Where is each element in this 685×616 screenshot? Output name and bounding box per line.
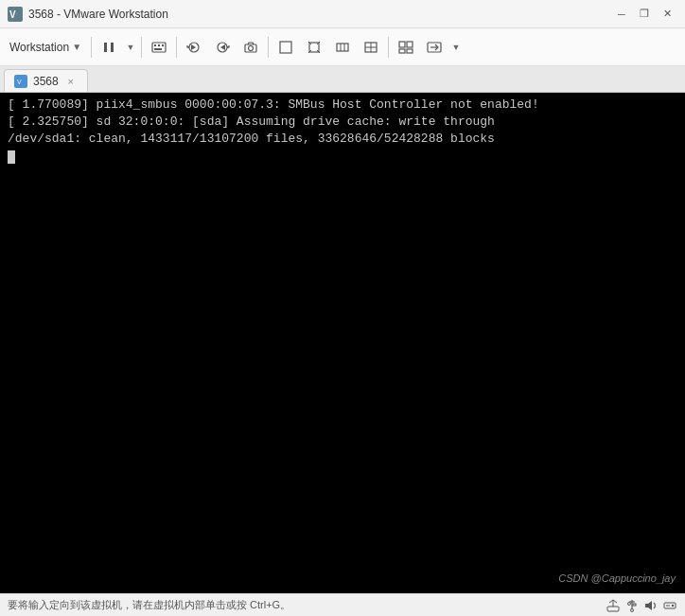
svg-rect-2 (104, 43, 107, 52)
pause-dropdown-arrow: ▼ (127, 43, 135, 52)
view-stretch-icon (364, 41, 378, 54)
vm-cursor (8, 150, 15, 164)
svg-rect-42 (633, 604, 636, 606)
tab-label: 3568 (33, 75, 59, 88)
vm-output-line-3: /dev/sda1: clean, 1433117/13107200 files… (8, 131, 677, 148)
usb-status-icon (624, 598, 640, 613)
view-settings-icon (427, 41, 442, 54)
separator-3 (176, 37, 177, 58)
svg-point-46 (672, 604, 674, 606)
tab-bar: V 3568 × (0, 66, 685, 93)
view-fit-button[interactable] (329, 34, 356, 61)
vm-cursor-line (8, 149, 677, 166)
svg-point-43 (631, 608, 634, 611)
svg-rect-15 (280, 42, 291, 53)
vm-tab[interactable]: V 3568 × (4, 69, 88, 92)
audio-status-icon (643, 598, 659, 613)
status-bar: 要将输入定向到该虚拟机，请在虚拟机内部单击或按 Ctrl+G。 (0, 593, 685, 616)
svg-rect-21 (337, 44, 348, 51)
svg-rect-8 (154, 48, 162, 50)
title-bar-left: V 3568 - VMware Workstation (8, 7, 168, 22)
snapshot-revert-icon (186, 41, 202, 54)
snapshot-take-button[interactable] (237, 34, 264, 61)
svg-point-41 (628, 602, 631, 605)
workstation-menu[interactable]: Workstation ▼ (4, 33, 87, 62)
separator-4 (268, 37, 269, 58)
view-fit-icon (336, 41, 349, 54)
svg-rect-28 (407, 42, 413, 47)
svg-rect-30 (407, 49, 413, 53)
view-normal-button[interactable] (272, 34, 299, 61)
view-dropdown-arrow: ▼ (452, 43, 461, 52)
minimize-button[interactable]: ─ (611, 4, 632, 25)
svg-rect-35 (607, 607, 619, 611)
svg-line-38 (613, 600, 617, 603)
svg-rect-3 (111, 43, 114, 52)
unity-button[interactable] (393, 34, 419, 61)
separator-2 (141, 37, 142, 58)
view-full-button[interactable] (301, 34, 327, 61)
snapshot-forward-icon (215, 41, 230, 54)
workstation-dropdown-arrow: ▼ (72, 42, 81, 52)
view-stretch-button[interactable] (358, 34, 384, 61)
pause-icon (102, 41, 115, 54)
vmware-app-icon: V (8, 7, 23, 22)
pause-button[interactable] (96, 34, 122, 61)
watermark: CSDN @Cappuccino_jay (558, 572, 676, 586)
svg-rect-5 (154, 44, 156, 46)
view-settings-dropdown[interactable]: ▼ (449, 34, 463, 61)
vm-screen[interactable]: [ 1.770089] piix4_smbus 0000:00:07.3: SM… (0, 93, 685, 593)
snapshot-revert-button[interactable] (181, 34, 207, 61)
pause-dropdown[interactable]: ▼ (124, 34, 137, 61)
separator-1 (91, 37, 92, 58)
tab-vm-icon: V (14, 75, 27, 88)
svg-rect-44 (645, 604, 648, 607)
network-status-icon (606, 598, 621, 613)
status-hint: 要将输入定向到该虚拟机，请在虚拟机内部单击或按 Ctrl+G。 (8, 598, 290, 612)
title-bar: V 3568 - VMware Workstation ─ ❐ ✕ (0, 0, 685, 28)
svg-point-14 (249, 45, 254, 50)
svg-rect-4 (152, 43, 166, 52)
unity-icon (398, 41, 413, 54)
snapshot-forward-button[interactable] (209, 34, 236, 61)
svg-rect-27 (399, 42, 405, 47)
ctrl-alt-del-button[interactable] (146, 34, 172, 61)
view-settings-button[interactable] (421, 34, 448, 61)
tab-close-button[interactable]: × (64, 75, 78, 88)
svg-line-37 (609, 600, 613, 603)
view-full-icon (307, 41, 321, 54)
view-normal-icon (279, 41, 292, 54)
toolbar: Workstation ▼ ▼ (0, 28, 685, 66)
svg-rect-29 (399, 49, 405, 53)
camera-icon (243, 41, 258, 54)
restore-button[interactable]: ❐ (634, 4, 655, 25)
window-title: 3568 - VMware Workstation (28, 8, 168, 21)
svg-text:V: V (9, 9, 16, 20)
svg-rect-6 (158, 44, 160, 46)
close-button[interactable]: ✕ (657, 4, 677, 25)
separator-5 (388, 37, 389, 58)
keyboard-icon (151, 41, 167, 54)
status-icons (606, 598, 677, 613)
hdd-status-icon (662, 598, 677, 613)
vm-output-line-1: [ 1.770089] piix4_smbus 0000:00:07.3: SM… (8, 97, 677, 114)
vm-output-line-2: [ 2.325750] sd 32:0:0:0: [sda] Assuming … (8, 114, 677, 131)
window-controls[interactable]: ─ ❐ ✕ (611, 4, 677, 25)
svg-text:V: V (17, 79, 22, 85)
workstation-label: Workstation (9, 41, 69, 54)
svg-rect-7 (162, 44, 164, 46)
